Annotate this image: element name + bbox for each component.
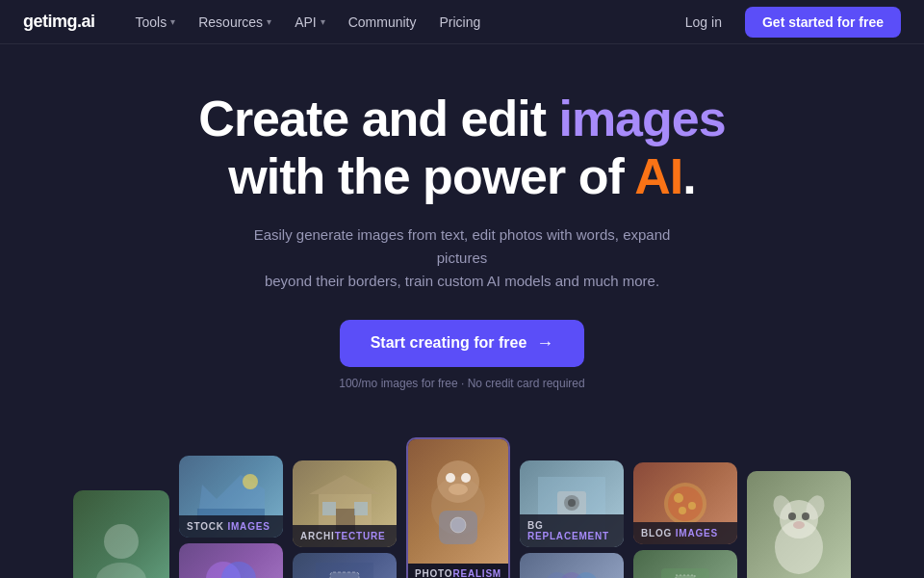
hero-heading: Create and edit images with the power of… xyxy=(19,91,905,206)
card-image-blending[interactable]: IMAGE BLENDING xyxy=(179,543,283,578)
chevron-down-icon: ▾ xyxy=(267,16,271,27)
nav-tools[interactable]: Tools ▾ xyxy=(126,9,186,36)
nav-resources-label: Resources xyxy=(198,14,263,30)
nav-api[interactable]: API ▾ xyxy=(285,9,335,36)
nav-tools-label: Tools xyxy=(136,14,167,30)
svg-point-29 xyxy=(668,486,703,521)
card-dreambooth[interactable]: DREAMBOOTH xyxy=(520,553,624,578)
nav-pricing[interactable]: Pricing xyxy=(430,9,491,36)
gallery-col-5: BG REPLACEMENT DREAMBOOTH xyxy=(520,423,624,578)
svg-point-41 xyxy=(793,521,805,529)
nav-pricing-label: Pricing xyxy=(440,14,481,30)
gallery-col-2: STOCK IMAGES IMAGE BLENDING xyxy=(179,423,283,578)
svg-point-40 xyxy=(802,512,809,520)
card-bg-replacement[interactable]: BG REPLACEMENT xyxy=(520,460,624,547)
nav-right: Log in Get started for free xyxy=(674,7,901,38)
arrow-icon: → xyxy=(536,333,553,354)
chevron-down-icon: ▾ xyxy=(321,16,325,27)
hero-heading-line1: Create and edit images xyxy=(198,91,725,146)
svg-point-18 xyxy=(449,484,468,495)
get-started-button[interactable]: Get started for free xyxy=(745,7,901,38)
start-creating-label: Start creating for free xyxy=(371,334,527,352)
chevron-down-icon: ▾ xyxy=(170,16,175,27)
start-creating-button[interactable]: Start creating for free → xyxy=(340,320,585,367)
svg-point-24 xyxy=(568,499,576,507)
nav-resources[interactable]: Resources ▾ xyxy=(189,9,281,36)
svg-point-20 xyxy=(450,517,466,533)
hero-cta-wrap: Start creating for free → 100/mo images … xyxy=(19,320,905,390)
hero-heading-line2: with the power of AI. xyxy=(228,148,696,204)
gallery-col-6: BLOG IMAGES AI ERASER xyxy=(633,423,737,578)
gallery-col-1: HEADSHOTS xyxy=(73,423,169,578)
svg-point-16 xyxy=(446,473,455,483)
gallery-col-7: PET PORTRAITS xyxy=(747,423,851,578)
svg-point-17 xyxy=(461,473,471,483)
gallery-col-3: ARCHITECTURE INPAINTING xyxy=(293,423,397,578)
svg-rect-10 xyxy=(322,502,336,515)
nav-links: Tools ▾ Resources ▾ API ▾ Community Pric… xyxy=(126,9,674,36)
svg-point-0 xyxy=(104,524,139,559)
logo[interactable]: getimg.ai xyxy=(23,12,95,32)
svg-point-30 xyxy=(674,493,683,503)
navbar: getimg.ai Tools ▾ Resources ▾ API ▾ Comm… xyxy=(0,0,924,44)
nav-community-label: Community xyxy=(348,14,417,30)
card-blog-images[interactable]: BLOG IMAGES xyxy=(633,462,737,544)
svg-point-31 xyxy=(688,502,696,510)
svg-point-3 xyxy=(243,474,258,489)
svg-marker-8 xyxy=(309,475,381,494)
svg-rect-11 xyxy=(354,502,368,515)
card-arch-label: ARCHITECTURE xyxy=(293,525,397,547)
card-headshots[interactable]: HEADSHOTS xyxy=(73,490,169,578)
nav-api-label: API xyxy=(295,14,317,30)
card-inpainting[interactable]: INPAINTING xyxy=(293,553,397,578)
gallery: HEADSHOTS STOCK IMAGES IMAGE BLENDING xyxy=(0,423,924,578)
card-ai-eraser[interactable]: AI ERASER xyxy=(633,550,737,578)
hero-section: Create and edit images with the power of… xyxy=(0,44,924,413)
card-pet-portraits[interactable]: PET PORTRAITS xyxy=(747,471,851,578)
card-stock-images[interactable]: STOCK IMAGES xyxy=(179,456,283,538)
svg-point-39 xyxy=(788,512,796,520)
svg-point-15 xyxy=(437,460,479,503)
nav-community[interactable]: Community xyxy=(339,9,426,36)
card-photorealism[interactable]: PHOTOREALISM 60+ AI MODELS xyxy=(406,437,510,578)
card-bg-label: BG REPLACEMENT xyxy=(520,514,624,547)
card-architecture[interactable]: ARCHITECTURE xyxy=(293,460,397,547)
hero-subtitle: Easily generate images from text, edit p… xyxy=(241,223,683,293)
card-stock-label: STOCK IMAGES xyxy=(179,515,283,538)
card-blog-label: BLOG IMAGES xyxy=(633,522,737,544)
hero-note: 100/mo images for free · No credit card … xyxy=(339,377,584,390)
login-button[interactable]: Log in xyxy=(674,9,733,36)
svg-point-1 xyxy=(96,563,146,578)
svg-point-32 xyxy=(679,507,686,514)
svg-rect-13 xyxy=(330,572,359,578)
gallery-col-4: PHOTOREALISM 60+ AI MODELS xyxy=(406,423,510,578)
